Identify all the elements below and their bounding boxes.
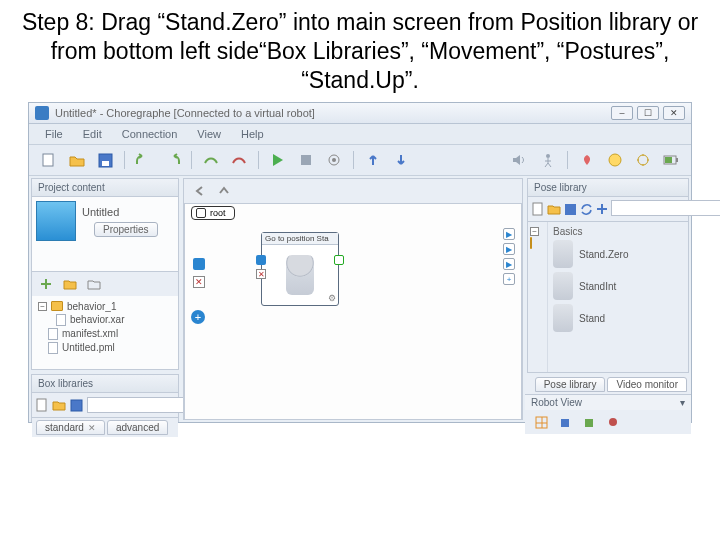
rv-cube-button[interactable]	[555, 413, 575, 431]
choregraphe-window: Untitled* - Choregraphe [Connected to a …	[28, 102, 692, 423]
file-icon	[48, 342, 58, 354]
pose-item-stand[interactable]: Stand	[551, 302, 685, 334]
pose-item-standint[interactable]: StandInt	[551, 270, 685, 302]
boxlib-open-button[interactable]	[52, 396, 66, 414]
svg-rect-11	[665, 157, 672, 163]
collapse-icon[interactable]: ▾	[680, 397, 685, 408]
right-panel-tabs: Pose library Video monitor	[525, 375, 691, 394]
poselib-new-button[interactable]	[532, 200, 544, 218]
flow-diagram-canvas[interactable]: root ✕ + Go to position Sta ✕ ⚙	[184, 204, 522, 419]
rv-record-button[interactable]	[603, 413, 623, 431]
poselib-tree-groups[interactable]: −	[528, 222, 548, 372]
main-toolbar	[29, 145, 691, 176]
poselib-add-button[interactable]	[596, 200, 608, 218]
on-start-port[interactable]	[193, 258, 205, 270]
add-input-button[interactable]: +	[191, 310, 205, 324]
menu-help[interactable]: Help	[233, 126, 272, 142]
animation-mode-button[interactable]	[536, 149, 560, 171]
svg-point-8	[638, 155, 648, 165]
on-stopped-port[interactable]: ▶	[503, 258, 515, 270]
properties-button[interactable]: Properties	[94, 222, 158, 237]
add-output-button[interactable]: +	[503, 273, 515, 285]
gear-icon[interactable]: ⚙	[328, 293, 336, 303]
on-stop-port[interactable]: ✕	[193, 276, 205, 288]
boxlib-header: Box libraries	[32, 375, 178, 393]
svg-point-7	[609, 154, 621, 166]
rv-grid-button[interactable]	[531, 413, 551, 431]
redo-button[interactable]	[160, 149, 184, 171]
svg-rect-17	[561, 419, 569, 427]
robot-icon	[553, 272, 573, 300]
menu-file[interactable]: File	[37, 126, 71, 142]
life-button[interactable]	[575, 149, 599, 171]
svg-rect-14	[533, 203, 542, 215]
output-port[interactable]	[334, 255, 344, 265]
maximize-button[interactable]: ☐	[637, 106, 659, 120]
input-stop-port[interactable]: ✕	[256, 269, 266, 279]
on-stopped-port[interactable]: ▶	[503, 228, 515, 240]
diagram-back-button[interactable]	[190, 182, 210, 200]
robot-icon	[553, 304, 573, 332]
menu-connection[interactable]: Connection	[114, 126, 186, 142]
folder-icon	[51, 301, 63, 311]
folder-icon	[530, 237, 532, 249]
svg-rect-10	[676, 158, 678, 162]
diagram-up-button[interactable]	[214, 182, 234, 200]
connect-button[interactable]	[199, 149, 223, 171]
box-title: Go to position Sta	[262, 233, 338, 245]
app-icon	[35, 106, 49, 120]
import-button[interactable]	[60, 275, 80, 293]
project-panel-header: Project content	[32, 179, 178, 197]
poselib-refresh-button[interactable]	[580, 200, 593, 218]
pose-group-label[interactable]: Basics	[551, 225, 685, 238]
poselib-open-button[interactable]	[547, 200, 561, 218]
svg-rect-3	[301, 155, 311, 165]
svg-point-5	[332, 158, 336, 162]
breadcrumb-root[interactable]: root	[191, 206, 235, 220]
open-project-button[interactable]	[65, 149, 89, 171]
new-folder-button[interactable]	[84, 275, 104, 293]
boxlib-save-button[interactable]	[70, 396, 83, 414]
stop-button[interactable]	[294, 149, 318, 171]
tab-video-monitor[interactable]: Video monitor	[607, 377, 687, 392]
behavior-box-standzero[interactable]: Go to position Sta ✕ ⚙	[261, 232, 339, 306]
on-stopped-port[interactable]: ▶	[503, 243, 515, 255]
close-button[interactable]: ✕	[663, 106, 685, 120]
add-file-button[interactable]	[36, 275, 56, 293]
svg-point-6	[546, 154, 550, 158]
upload-button[interactable]	[361, 149, 385, 171]
boxlib-new-button[interactable]	[36, 396, 48, 414]
rv-cube2-button[interactable]	[579, 413, 599, 431]
debug-button[interactable]	[322, 149, 346, 171]
svg-rect-15	[565, 204, 576, 215]
svg-rect-18	[585, 419, 593, 427]
poselib-header: Pose library	[528, 179, 688, 197]
poselib-save-button[interactable]	[564, 200, 577, 218]
tab-pose-library[interactable]: Pose library	[535, 377, 606, 392]
svg-rect-13	[71, 400, 82, 411]
project-cube-icon	[36, 201, 76, 241]
input-start-port[interactable]	[256, 255, 266, 265]
undo-button[interactable]	[132, 149, 156, 171]
robot-icon	[553, 240, 573, 268]
play-button[interactable]	[266, 149, 290, 171]
boxlib-tab-standard[interactable]: standard✕	[36, 420, 105, 435]
pose-item-standzero[interactable]: Stand.Zero	[551, 238, 685, 270]
save-button[interactable]	[93, 149, 117, 171]
minimize-button[interactable]: –	[611, 106, 633, 120]
menu-edit[interactable]: Edit	[75, 126, 110, 142]
project-tree[interactable]: −behavior_1 behavior.xar manifest.xml Un…	[32, 296, 178, 370]
volume-button[interactable]	[508, 149, 532, 171]
menu-view[interactable]: View	[189, 126, 229, 142]
file-icon	[48, 328, 58, 340]
wake-button[interactable]	[631, 149, 655, 171]
new-project-button[interactable]	[37, 149, 61, 171]
disconnect-button[interactable]	[227, 149, 251, 171]
download-button[interactable]	[389, 149, 413, 171]
window-title: Untitled* - Choregraphe [Connected to a …	[55, 107, 611, 119]
poselib-search-input[interactable]	[611, 200, 720, 216]
titlebar: Untitled* - Choregraphe [Connected to a …	[29, 103, 691, 124]
boxlib-tab-advanced[interactable]: advanced	[107, 420, 168, 435]
close-icon[interactable]: ✕	[88, 423, 96, 433]
rest-button[interactable]	[603, 149, 627, 171]
